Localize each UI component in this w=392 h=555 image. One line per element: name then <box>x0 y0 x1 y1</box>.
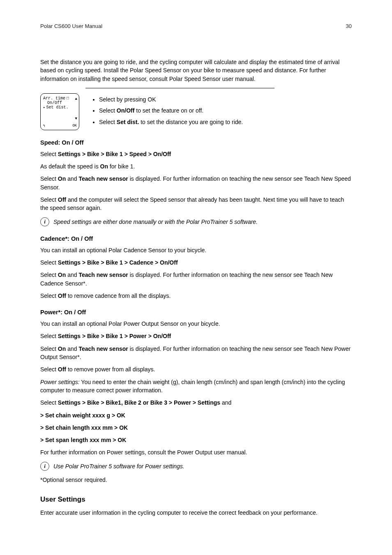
intro-paragraph: Set the distance you are going to ride, … <box>40 58 352 83</box>
speed-info-text: Speed settings are either done manually … <box>53 219 258 225</box>
scroll-arrows-icon: ▲▼ <box>75 97 77 121</box>
bullet-list: Select by pressing OK Select On/Off to s… <box>87 96 243 130</box>
power-intro: You can install an optional Polar Power … <box>40 320 352 328</box>
speed-info: i Speed settings are either done manuall… <box>40 217 352 226</box>
power-select-path: Select Settings > Bike > Bike 1 > Power … <box>40 332 352 340</box>
speed-heading: Speed: On / Off <box>40 139 352 146</box>
speed-on: Select On and Teach new sensor is displa… <box>40 175 352 191</box>
device-line-3: Set dist. <box>43 105 77 110</box>
device-bottom-row: ↰ OK <box>43 124 77 128</box>
power-info: i Use Polar ProTrainer 5 software for Po… <box>40 462 352 471</box>
power-settings-desc: Power settings: You need to enter the ch… <box>40 378 352 395</box>
power-heading: Power*: On / Off <box>40 309 352 315</box>
power-on: Select On and Teach new sensor is displa… <box>40 345 352 362</box>
cadence-off: Select Off to remove cadence from all th… <box>40 292 352 300</box>
power-info-text: Use Polar ProTrainer 5 software for Powe… <box>53 463 184 470</box>
device-line-2: On/Off <box>43 101 77 105</box>
cadence-on: Select On and Teach new sensor is displa… <box>40 271 352 288</box>
device-line-1: Arr. time <box>43 96 77 101</box>
user-settings-heading: User Settings <box>40 495 352 504</box>
user-settings-text: Enter accurate user information in the c… <box>40 509 352 517</box>
back-icon: ↰ <box>43 124 45 128</box>
divider <box>85 88 274 88</box>
speed-off: Select Off and the computer will select … <box>40 196 352 212</box>
bullet-1: Select by pressing OK <box>99 96 243 104</box>
power-off: Select Off to remove power from all disp… <box>40 365 352 373</box>
manual-title: Polar CS600 User Manual <box>40 23 102 29</box>
bullet-2: Select On/Off to set the feature on or o… <box>99 107 243 115</box>
cadence-select-path: Select Settings > Bike > Bike 1 > Cadenc… <box>40 258 352 267</box>
speed-default: As default the speed is On for bike 1. <box>40 162 352 170</box>
figure-with-bullets: Arr. time On/Off Set dist. ▲▼ ↰ OK Selec… <box>40 93 352 130</box>
device-screen-illustration: Arr. time On/Off Set dist. ▲▼ ↰ OK <box>40 93 79 130</box>
page: Polar CS600 User Manual 30 Set the dista… <box>0 0 392 555</box>
ok-label: OK <box>72 124 77 128</box>
info-icon: i <box>40 462 49 471</box>
speed-select-path: Select Settings > Bike > Bike 1 > Speed … <box>40 150 352 158</box>
cadence-heading: Cadence*: On / Off <box>40 235 352 242</box>
optional-note: *Optional sensor required. <box>40 476 352 484</box>
bullet-3: Select Set dist. to set the distance you… <box>99 118 243 127</box>
power-step-1: > Set chain weight xxxx g > OK <box>40 411 352 419</box>
power-more-info: For further information on Power setting… <box>40 448 352 456</box>
page-number: 30 <box>346 23 352 29</box>
power-select-path-2: Select Settings > Bike > Bike1, Bike 2 o… <box>40 398 352 407</box>
power-step-2: > Set chain length xxx mm > OK <box>40 424 352 432</box>
cadence-intro: You can install an optional Polar Cadenc… <box>40 246 352 254</box>
page-header: Polar CS600 User Manual 30 <box>40 23 352 29</box>
power-step-3: > Set span length xxx mm > OK <box>40 436 352 444</box>
info-icon: i <box>40 217 49 226</box>
